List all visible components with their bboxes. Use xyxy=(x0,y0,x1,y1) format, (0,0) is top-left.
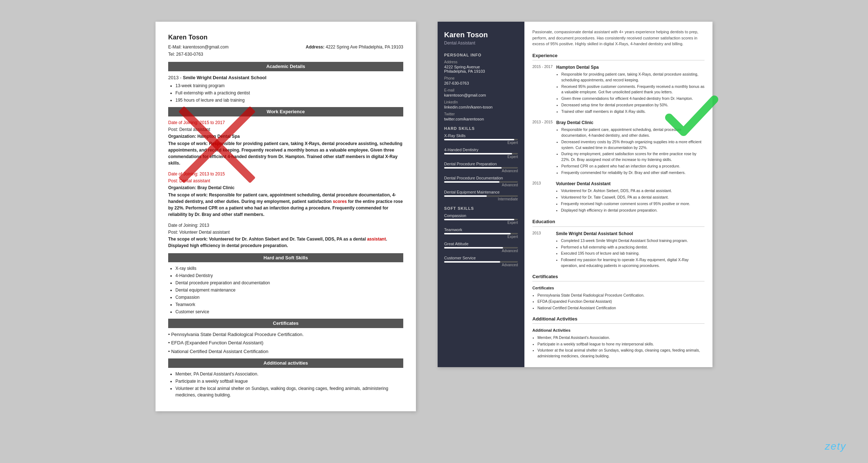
skill-item: Teamwork Expert xyxy=(444,228,518,239)
work-entry-2: Date of Joining: 2013 Post: Volunteer De… xyxy=(168,222,403,249)
list-item: • EFDA (Expanded Function Dental Assista… xyxy=(168,339,403,347)
list-item: Decreased inventory costs by 25% through… xyxy=(561,139,705,151)
list-item: Frequently received high customer commen… xyxy=(561,201,705,207)
skill-level: Advanced xyxy=(444,249,518,253)
exp-bullets-2: Volunteered for Dr. Ashton Siebert, DDS,… xyxy=(561,188,705,213)
skill-name: Dental Procedure Documentation xyxy=(444,176,518,180)
skill-bar-bg xyxy=(444,219,518,220)
hard-skills-container: X-Ray Skills Expert 4-Handed Dentistry E… xyxy=(444,133,518,201)
list-item: Full externship with a practicing dentis… xyxy=(175,90,403,96)
exp-org-2: Volunteer Dental Assistant xyxy=(556,180,705,187)
skill-item: Compassion Expert xyxy=(444,213,518,225)
skill-bar-fill xyxy=(444,153,512,154)
work-entry-0: Date of Joining: 2015 to 2017 Post: Dent… xyxy=(168,119,403,166)
skill-name: X-Ray Skills xyxy=(444,133,518,138)
work-post-0: Post: Dental assistant xyxy=(168,126,403,133)
edu-body-0: Smile Wright Dental Assistant School Com… xyxy=(556,230,705,269)
personal-info-title: Personal Info xyxy=(444,53,518,57)
left-academic-bullets: 13-week training program Full externship… xyxy=(175,82,403,103)
list-item: Responsible for patient care, appointmen… xyxy=(561,127,705,139)
skill-item: Dental Equipment Maintenance Intermediat… xyxy=(444,190,518,201)
exp-body-2: Volunteer Dental Assistant Volunteered f… xyxy=(556,180,705,214)
list-item: Executed 195 hours of lecture and lab tr… xyxy=(561,251,705,256)
left-skills-list: X-ray skills 4-Handed Dentistry Dental p… xyxy=(175,265,403,315)
resume-left: Karen Toson E-Mail: karentoson@gmail.com… xyxy=(156,22,416,411)
skill-name: Compassion xyxy=(444,213,518,218)
skill-bar-bg xyxy=(444,247,518,249)
list-item: Decreased setup time for dental procedur… xyxy=(561,102,705,108)
exp-date-1: 2013 - 2015 xyxy=(532,119,553,176)
left-tel: Tel: 267-630-0763 xyxy=(168,51,403,58)
list-item: Completed 13-week Smile Wright Dental As… xyxy=(561,238,705,244)
skill-bar-bg xyxy=(444,139,518,140)
left-email: E-Mail: karentoson@gmail.com xyxy=(168,44,229,50)
certificates-section-title: Certificates xyxy=(532,273,705,282)
linkedin-label: LinkedIn xyxy=(444,100,518,104)
cert-bullets: Pennsylvania State Dental Radiological P… xyxy=(537,293,705,311)
zety-logo: zety xyxy=(825,441,846,452)
left-name: Karen Toson xyxy=(168,33,403,42)
skill-level: Expert xyxy=(444,141,518,145)
skill-bar-bg xyxy=(444,233,518,234)
exp-org-1: Bray Dental Clinic xyxy=(556,119,705,126)
skill-item: 4-Handed Dentistry Expert xyxy=(444,148,518,159)
work-org-1: Organization: Bray Dental Clinic xyxy=(168,184,403,191)
list-item: Volunteer at the local animal shelter on… xyxy=(175,385,403,398)
work-date-0: Date of Joining: 2015 to 2017 xyxy=(168,119,403,126)
left-activities-header: Additional activities xyxy=(168,358,403,368)
skill-name: Great Attitude xyxy=(444,242,518,246)
skill-level: Expert xyxy=(444,221,518,225)
soft-skills-title: Soft Skills xyxy=(444,206,518,211)
exp-org-0: Hampton Dental Spa xyxy=(556,64,705,71)
work-scope-1: The scope of work: Responsible for patie… xyxy=(168,192,403,218)
edu-entry-0: 2013 Smile Wright Dental Assistant Schoo… xyxy=(532,230,705,269)
education-section-title: Education xyxy=(532,218,705,227)
skill-item: Customer Service Advanced xyxy=(444,256,518,267)
list-item: Participate in a weekly softball league … xyxy=(537,341,705,347)
list-item: During my employment, patient satisfacti… xyxy=(561,151,705,163)
skill-level: Expert xyxy=(444,155,518,159)
list-item: 195 hours of lecture and lab training xyxy=(175,97,403,103)
experience-section-title: Experience xyxy=(532,52,705,61)
list-item: X-ray skills xyxy=(175,265,403,272)
skill-level: Expert xyxy=(444,235,518,239)
skill-name: Customer Service xyxy=(444,256,518,260)
skill-bar-bg xyxy=(444,181,518,183)
list-item: Customer service xyxy=(175,309,403,315)
exp-date-2: 2013 xyxy=(532,180,552,214)
right-title: Dental Assistant xyxy=(444,41,518,46)
left-certs-header: Certificates xyxy=(168,319,403,328)
list-item: Frequently commended for reliability by … xyxy=(561,170,705,176)
resume-main: Passionate, compassionate dental assista… xyxy=(524,22,712,367)
activities-section-title: Additional Activities xyxy=(532,315,705,324)
edu-school-0: Smile Wright Dental Assistant School xyxy=(556,230,705,237)
list-item: National Certified Dental Assistant Cert… xyxy=(537,305,705,311)
linkedin-value: linkedin.com/in/karen-toson xyxy=(444,105,518,109)
list-item: Member, PA Dental Assistant's Associatio… xyxy=(175,371,403,377)
soft-skills-container: Compassion Expert Teamwork Expert Great … xyxy=(444,213,518,267)
exp-date-0: 2015 - 2017 xyxy=(532,64,553,115)
skill-name: Dental Procedure Preparation xyxy=(444,162,518,166)
list-item: EFDA (Expanded Function Dental Assistant… xyxy=(537,299,705,305)
skill-bar-fill xyxy=(444,139,514,140)
skill-level: Advanced xyxy=(444,169,518,173)
edu-bullets-0: Completed 13-week Smile Wright Dental As… xyxy=(561,238,705,269)
skill-bar-bg xyxy=(444,167,518,169)
skill-bar-fill xyxy=(444,195,487,197)
left-address: Address: 4222 Spring Ave Philadelphia, P… xyxy=(306,44,403,50)
work-org-0: Organization: Hampton Dental Spa xyxy=(168,133,403,140)
edu-date-0: 2013 xyxy=(532,230,552,269)
work-scope-0: The scope of work: Responsible for provi… xyxy=(168,140,403,166)
work-entry-1: Date of Joining: 2013 to 2015 Post: Dent… xyxy=(168,171,403,218)
exp-bullets-1: Responsible for patient care, appointmen… xyxy=(561,127,705,175)
skill-bar-bg xyxy=(444,153,518,154)
exp-entry-0: 2015 - 2017 Hampton Dental Spa Responsib… xyxy=(532,64,705,115)
email-label: E-mail xyxy=(444,88,518,92)
list-item: Pennsylvania State Dental Radiological P… xyxy=(537,293,705,298)
hard-skills-title: Hard Skills xyxy=(444,126,518,131)
list-item: Volunteer at the local animal shelter on… xyxy=(537,348,705,359)
exp-body-0: Hampton Dental Spa Responsible for provi… xyxy=(556,64,705,115)
left-work-header: Work Experience xyxy=(168,107,403,116)
list-item: Compassion xyxy=(175,294,403,301)
work-date-1: Date of Joining: 2013 to 2015 xyxy=(168,171,403,177)
